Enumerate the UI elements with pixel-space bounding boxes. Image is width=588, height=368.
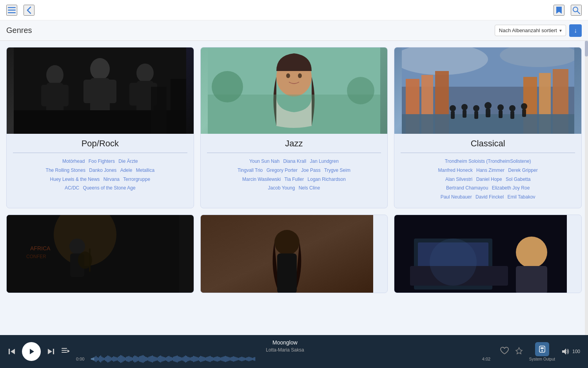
artist-link[interactable]: Tingvall Trio bbox=[238, 168, 263, 173]
artist-link[interactable]: Daniel Hope bbox=[476, 177, 502, 182]
menu-icon[interactable] bbox=[6, 5, 17, 16]
favorite-button[interactable] bbox=[500, 347, 509, 357]
player-bar: Moonglow Lotta-Maria Saksa 0:00 4:02 bbox=[0, 335, 588, 368]
genre-artists-jazz: Youn Sun Nah Diana Krall Jan Lundgren Ti… bbox=[207, 157, 381, 193]
artist-link[interactable]: Die Ärzte bbox=[118, 158, 138, 164]
artist-link[interactable]: Tia Fuller bbox=[285, 177, 304, 182]
genre-card-body-pop-rock: Pop/Rock Motörhead Foo Fighters Die Ärzt… bbox=[7, 134, 194, 199]
artist-link[interactable]: Motörhead bbox=[62, 158, 85, 164]
divider bbox=[207, 153, 381, 153]
divider bbox=[13, 153, 187, 153]
header bbox=[0, 0, 588, 20]
back-button[interactable] bbox=[24, 5, 34, 16]
artist-link[interactable]: David Finckel bbox=[475, 194, 504, 200]
artist-link[interactable]: Alan Silvestri bbox=[445, 177, 472, 182]
output-icon bbox=[535, 342, 549, 356]
play-button[interactable] bbox=[22, 342, 41, 361]
svg-point-47 bbox=[497, 104, 504, 111]
scrollbar-thumb[interactable] bbox=[585, 41, 588, 56]
volume-container: 100 bbox=[561, 348, 580, 355]
svg-marker-73 bbox=[11, 349, 15, 354]
svg-rect-42 bbox=[463, 110, 466, 118]
artist-link[interactable]: Foo Fighters bbox=[89, 158, 115, 164]
genre-artists-pop-rock: Motörhead Foo Fighters Die Ärzte The Rol… bbox=[13, 157, 187, 193]
pin-button[interactable] bbox=[515, 347, 523, 357]
artist-link[interactable]: Metallica bbox=[136, 168, 154, 173]
search-button[interactable] bbox=[571, 5, 582, 16]
artist-link[interactable]: Marcin Wasilewski bbox=[242, 177, 281, 182]
genre-card-4[interactable] bbox=[200, 215, 388, 293]
artist-link[interactable]: Joe Pass bbox=[301, 168, 320, 173]
artist-link[interactable]: Gregory Porter bbox=[267, 168, 298, 173]
genre-card-5[interactable] bbox=[394, 215, 582, 293]
artist-link[interactable]: Sol Gabetta bbox=[506, 177, 530, 182]
artist-link[interactable]: Nirvana bbox=[103, 177, 120, 182]
artist-link[interactable]: Adele bbox=[120, 168, 132, 173]
artist-link[interactable]: Youn Sun Nah bbox=[249, 158, 279, 164]
chevron-down-icon: ▾ bbox=[559, 28, 562, 33]
svg-point-6 bbox=[46, 65, 64, 85]
artist-link[interactable]: Elizabeth Joy Roe bbox=[492, 185, 530, 191]
svg-rect-72 bbox=[9, 349, 10, 354]
svg-point-10 bbox=[90, 58, 110, 80]
svg-rect-64 bbox=[277, 253, 297, 293]
artist-link[interactable]: Emil Tabakov bbox=[507, 194, 535, 200]
svg-rect-44 bbox=[474, 111, 478, 119]
waveform[interactable] bbox=[91, 354, 479, 364]
sort-dropdown[interactable]: Nach Albenanzahl sortiert ▾ bbox=[495, 25, 566, 36]
artist-link[interactable]: Derek Gripper bbox=[508, 168, 537, 173]
sort-order-button[interactable]: ↓ bbox=[569, 24, 582, 37]
svg-point-63 bbox=[274, 230, 299, 255]
svg-point-43 bbox=[473, 105, 479, 111]
bookmark-button[interactable] bbox=[554, 5, 564, 16]
genre-image-classical bbox=[394, 47, 581, 134]
svg-rect-20 bbox=[171, 79, 186, 134]
genre-title-pop-rock: Pop/Rock bbox=[13, 138, 187, 149]
svg-marker-84 bbox=[562, 348, 566, 355]
svg-line-4 bbox=[577, 11, 580, 14]
artist-link[interactable]: Manfred Honeck bbox=[438, 168, 473, 173]
genre-image-pop-rock bbox=[7, 47, 194, 134]
svg-rect-2 bbox=[8, 12, 16, 13]
svg-text:CONFER: CONFER bbox=[26, 254, 46, 259]
genre-card-pop-rock[interactable]: Pop/Rock Motörhead Foo Fighters Die Ärzt… bbox=[6, 47, 194, 208]
svg-point-51 bbox=[521, 103, 527, 109]
next-button[interactable] bbox=[47, 348, 55, 355]
svg-rect-46 bbox=[486, 109, 490, 117]
artist-link[interactable]: Hans Zimmer bbox=[476, 168, 505, 173]
svg-marker-74 bbox=[30, 349, 34, 354]
toolbar-right: Nach Albenanzahl sortiert ▾ ↓ bbox=[495, 24, 582, 37]
artist-link[interactable]: Diana Krall bbox=[283, 158, 306, 164]
svg-point-23 bbox=[286, 73, 290, 78]
divider bbox=[401, 153, 575, 153]
artist-link[interactable]: Logan Richardson bbox=[308, 177, 346, 182]
genre-card-body-jazz: Jazz Youn Sun Nah Diana Krall Jan Lundgr… bbox=[201, 134, 388, 199]
genre-card-jazz[interactable]: Jazz Youn Sun Nah Diana Krall Jan Lundgr… bbox=[200, 47, 388, 208]
queue-button[interactable] bbox=[61, 347, 70, 357]
genre-title-jazz: Jazz bbox=[207, 138, 381, 149]
artist-link[interactable]: Jan Lundgren bbox=[310, 158, 338, 164]
artist-link[interactable]: Huey Lewis & the News bbox=[50, 177, 100, 182]
artist-link[interactable]: Jacob Young bbox=[268, 185, 295, 191]
output-button[interactable]: System Output bbox=[529, 342, 555, 361]
artist-link[interactable]: Trondheim Soloists (TrondheimSolistene) bbox=[445, 158, 531, 164]
svg-rect-16 bbox=[129, 83, 140, 106]
artist-link[interactable]: Bertrand Chamayou bbox=[446, 185, 488, 191]
artist-link[interactable]: The Rolling Stones bbox=[46, 168, 85, 173]
svg-point-14 bbox=[136, 64, 154, 82]
toolbar: Genres Nach Albenanzahl sortiert ▾ ↓ bbox=[0, 20, 588, 41]
previous-button[interactable] bbox=[8, 348, 16, 355]
genre-card-classical[interactable]: Classical Trondheim Soloists (TrondheimS… bbox=[394, 47, 582, 208]
artist-link[interactable]: Trygve Seim bbox=[324, 168, 350, 173]
player-right: System Output 100 bbox=[500, 342, 580, 361]
artist-link[interactable]: Nels Cline bbox=[299, 185, 320, 191]
svg-point-45 bbox=[485, 102, 492, 109]
artist-link[interactable]: Terrorgruppe bbox=[123, 177, 150, 182]
genre-card-blues[interactable]: AFRICA CONFER bbox=[6, 215, 194, 293]
genre-title-classical: Classical bbox=[401, 138, 575, 149]
artist-link[interactable]: AC/DC bbox=[65, 185, 79, 191]
artist-link[interactable]: Queens of the Stone Age bbox=[83, 185, 136, 191]
artist-link[interactable]: Paul Neubauer bbox=[441, 194, 472, 200]
artist-link[interactable]: Danko Jones bbox=[89, 168, 116, 173]
svg-point-69 bbox=[516, 237, 547, 268]
